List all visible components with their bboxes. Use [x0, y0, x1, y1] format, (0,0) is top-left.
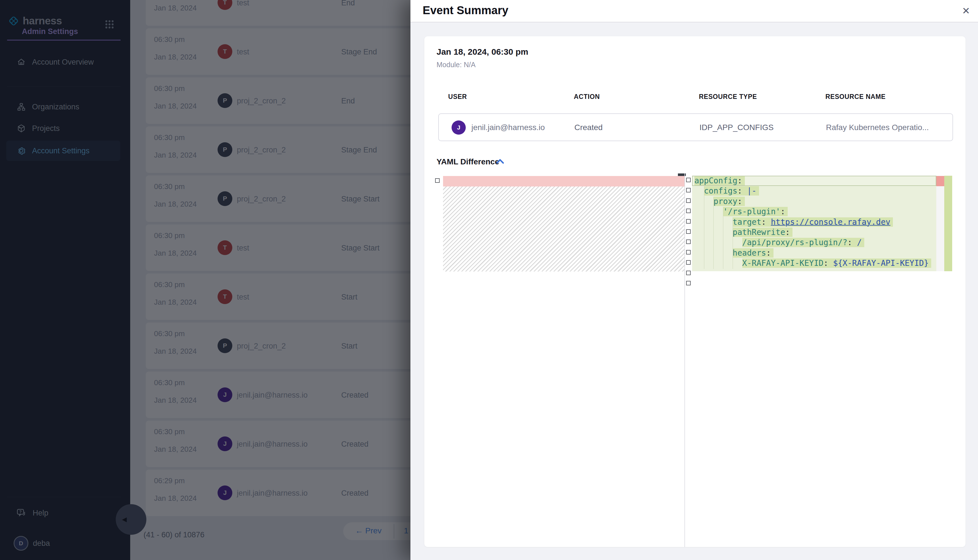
yaml-link[interactable]: https://console.rafay.dev: [771, 217, 890, 227]
diff-line-marker-icon: [686, 281, 690, 285]
close-icon[interactable]: ✕: [962, 5, 970, 17]
column-header: USER: [448, 93, 467, 101]
indent-guide: [704, 186, 704, 269]
column-header: RESOURCE TYPE: [699, 93, 757, 101]
diff-line-marker-icon: [686, 178, 690, 182]
diff-added-pane[interactable]: appConfig: configs: |- proxy: '/rs-plugi…: [692, 176, 936, 271]
yaml-difference-label: YAML Difference: [436, 157, 499, 167]
chevron-up-icon[interactable]: [496, 158, 504, 165]
yaml-diff-line: appConfig:: [692, 176, 936, 186]
yaml-diff-editor[interactable]: appConfig: configs: |- proxy: '/rs-plugi…: [424, 173, 966, 547]
diff-line-marker-icon: [686, 260, 690, 265]
event-datetime: Jan 18, 2024, 06:30 pm: [436, 47, 528, 57]
event-module: Module: N/A: [436, 61, 476, 69]
yaml-diff-line: X-RAFAY-API-KEYID: ${X-RAFAY-API-KEYID}: [692, 258, 936, 268]
drawer-header: Event Summary ✕: [410, 0, 978, 22]
harness-audit-trail-screen: harness Admin Settings Account OverviewO…: [0, 0, 978, 560]
event-user: jenil.jain@harness.io: [471, 123, 545, 132]
event-action: Created: [574, 123, 603, 132]
diff-line-marker-icon: [435, 178, 440, 183]
diff-line-marker-icon: [686, 250, 690, 255]
diff-overview-ruler[interactable]: [936, 176, 944, 271]
diff-line-marker-icon: [686, 198, 690, 203]
diff-line-marker-icon: [686, 271, 690, 275]
diff-line-marker-icon: [686, 188, 690, 192]
user-avatar: J: [451, 120, 466, 135]
ruler-removed-mark: [936, 176, 944, 186]
yaml-diff-line: pathRewrite:: [692, 227, 936, 237]
diff-line-marker-icon: [686, 208, 690, 213]
yaml-diff-line: /api/proxy/rs-plugin/?: /: [692, 237, 936, 248]
yaml-diff-line: '/rs-plugin':: [692, 207, 936, 217]
yaml-diff-line: configs: |-: [692, 186, 936, 196]
diff-line-marker-icon: [686, 219, 690, 223]
event-summary-drawer: Event Summary ✕ Jan 18, 2024, 06:30 pm M…: [410, 0, 978, 560]
yaml-diff-line: headers:: [692, 248, 936, 258]
diff-empty-region: [443, 187, 684, 272]
event-summary-card: Jan 18, 2024, 06:30 pm Module: N/A USERA…: [424, 36, 966, 547]
column-header: RESOURCE NAME: [826, 93, 886, 101]
event-resource-name: Rafay Kubernetes Operatio...: [826, 123, 929, 132]
column-header: ACTION: [574, 93, 600, 101]
diff-removed-line: [443, 176, 684, 187]
diff-pane-divider: [684, 173, 685, 547]
yaml-diff-line: proxy:: [692, 197, 936, 207]
event-resource-type: IDP_APP_CONFIGS: [699, 123, 774, 132]
event-table-row: J jenil.jain@harness.io Created IDP_APP_…: [438, 113, 953, 141]
indent-guide: [723, 207, 723, 269]
ruler-added-mark: [944, 176, 952, 271]
drawer-title: Event Summary: [423, 4, 508, 17]
yaml-diff-line: target: https://console.rafay.dev: [692, 217, 936, 227]
diff-line-marker-icon: [686, 229, 690, 234]
diff-line-marker-icon: [686, 240, 690, 244]
indent-guide: [713, 197, 714, 269]
